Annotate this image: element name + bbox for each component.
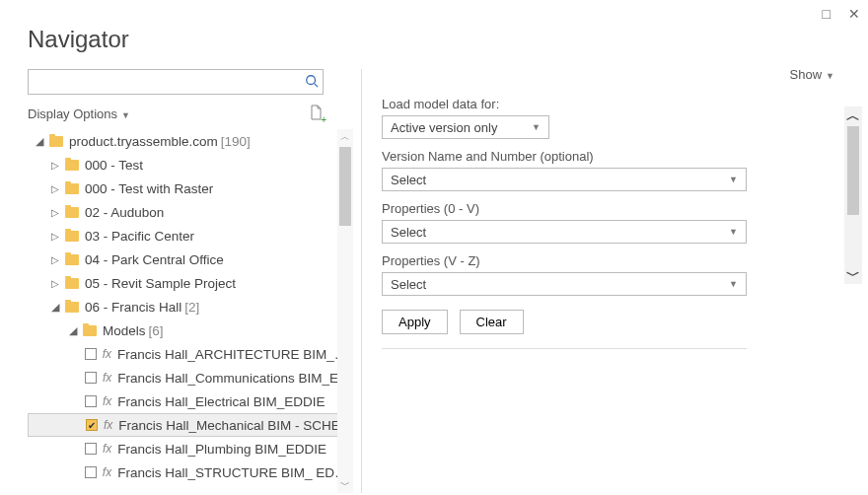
- collapse-icon[interactable]: ◢: [49, 301, 61, 314]
- fx-icon: fx: [104, 418, 112, 432]
- scroll-up-icon[interactable]: ︿: [844, 106, 862, 124]
- tree-node[interactable]: ▷000 - Test: [28, 153, 353, 177]
- panel-divider: [361, 69, 362, 493]
- checkbox[interactable]: [85, 443, 97, 455]
- search-icon[interactable]: [301, 74, 323, 91]
- chevron-down-icon: ▼: [729, 279, 738, 289]
- expand-icon[interactable]: ▷: [49, 160, 61, 171]
- divider-line: [382, 348, 747, 349]
- scroll-up-icon[interactable]: ︿: [337, 129, 353, 145]
- page-title: Navigator: [0, 0, 868, 69]
- folder-icon: [83, 325, 97, 336]
- fx-icon: fx: [103, 442, 111, 456]
- fx-icon: fx: [103, 394, 111, 408]
- chevron-down-icon: ▼: [729, 227, 738, 237]
- chevron-down-icon: ▼: [121, 110, 130, 120]
- folder-icon: [65, 254, 79, 265]
- scroll-down-icon[interactable]: ﹀: [337, 477, 353, 493]
- version-select[interactable]: Select ▼: [382, 168, 747, 191]
- maximize-icon[interactable]: □: [823, 6, 831, 22]
- scroll-down-icon[interactable]: ﹀: [844, 266, 862, 284]
- scroll-thumb[interactable]: [847, 126, 859, 215]
- show-dropdown[interactable]: Show▼: [790, 67, 834, 82]
- folder-icon: [65, 183, 79, 194]
- expand-icon[interactable]: ▷: [49, 207, 61, 218]
- search-input-wrapper[interactable]: [28, 69, 324, 95]
- fx-icon: fx: [103, 347, 111, 361]
- navigator-panel: Display Options▼ + ◢ product.tryassemble…: [28, 69, 353, 493]
- tree-model-item[interactable]: fxFrancis Hall_STRUCTURE BIM_ EDDIE: [28, 460, 353, 484]
- checkbox[interactable]: [85, 348, 97, 360]
- expand-icon[interactable]: ▷: [49, 278, 61, 289]
- tree-node[interactable]: ▷05 - Revit Sample Project: [28, 271, 353, 295]
- tree-root[interactable]: ◢ product.tryassemble.com [190]: [28, 129, 353, 153]
- tree-node[interactable]: ▷000 - Test with Raster: [28, 177, 353, 200]
- tree-model-item[interactable]: fxFrancis Hall_ARCHITECTURE BIM_20...: [28, 342, 353, 366]
- folder-icon: [65, 207, 79, 218]
- svg-line-1: [315, 83, 319, 87]
- display-options-dropdown[interactable]: Display Options▼: [28, 106, 130, 121]
- checkbox[interactable]: [85, 395, 97, 407]
- props2-select[interactable]: Select ▼: [382, 272, 747, 296]
- props2-label: Properties (V - Z): [382, 253, 747, 268]
- fx-icon: fx: [103, 371, 111, 385]
- folder-icon: [65, 278, 79, 289]
- checkbox-checked[interactable]: ✔: [86, 419, 98, 431]
- apply-button[interactable]: Apply: [382, 310, 448, 334]
- load-model-select[interactable]: Active version only ▼: [382, 115, 549, 139]
- version-label: Version Name and Number (optional): [382, 149, 747, 164]
- tree-model-item[interactable]: fxFrancis Hall_Plumbing BIM_EDDIE: [28, 437, 353, 460]
- chevron-down-icon: ▼: [532, 122, 541, 132]
- details-scrollbar[interactable]: ︿ ﹀: [844, 106, 862, 284]
- new-item-icon[interactable]: +: [310, 105, 324, 123]
- props1-label: Properties (0 - V): [382, 201, 747, 216]
- expand-icon[interactable]: ▷: [49, 183, 61, 194]
- collapse-icon[interactable]: ◢: [34, 135, 45, 148]
- svg-point-0: [307, 75, 316, 84]
- tree-model-item[interactable]: fxFrancis Hall_Electrical BIM_EDDIE: [28, 389, 353, 413]
- search-input[interactable]: [29, 75, 301, 90]
- load-model-label: Load model data for:: [382, 97, 747, 111]
- close-icon[interactable]: ✕: [848, 6, 860, 22]
- details-panel: Show▼ Load model data for: Active versio…: [382, 69, 856, 493]
- chevron-down-icon: ▼: [729, 175, 738, 184]
- tree-node[interactable]: ▷04 - Park Central Office: [28, 248, 353, 271]
- chevron-down-icon: ▼: [826, 71, 834, 81]
- tree-node[interactable]: ▷02 - Audubon: [28, 200, 353, 224]
- tree-model-item[interactable]: fxFrancis Hall_Communications BIM_E...: [28, 366, 353, 389]
- scroll-thumb[interactable]: [339, 147, 351, 226]
- folder-icon: [65, 160, 79, 171]
- tree-scrollbar[interactable]: ︿ ﹀: [337, 129, 353, 493]
- collapse-icon[interactable]: ◢: [67, 324, 79, 337]
- tree-models-node[interactable]: ◢Models[6]: [28, 318, 353, 342]
- tree: ◢ product.tryassemble.com [190] ▷000 - T…: [28, 129, 353, 484]
- checkbox[interactable]: [85, 466, 97, 478]
- fx-icon: fx: [103, 465, 111, 479]
- tree-node[interactable]: ▷03 - Pacific Center: [28, 224, 353, 248]
- tree-model-item-selected[interactable]: ✔fxFrancis Hall_Mechanical BIM - SCHE...: [28, 413, 353, 437]
- tree-node-open[interactable]: ◢06 - Francis Hall[2]: [28, 295, 353, 318]
- folder-icon: [65, 231, 79, 242]
- checkbox[interactable]: [85, 372, 97, 384]
- expand-icon[interactable]: ▷: [49, 231, 61, 242]
- props1-select[interactable]: Select ▼: [382, 220, 747, 244]
- clear-button[interactable]: Clear: [460, 310, 524, 334]
- expand-icon[interactable]: ▷: [49, 254, 61, 265]
- folder-icon: [49, 136, 63, 147]
- folder-icon: [65, 302, 79, 313]
